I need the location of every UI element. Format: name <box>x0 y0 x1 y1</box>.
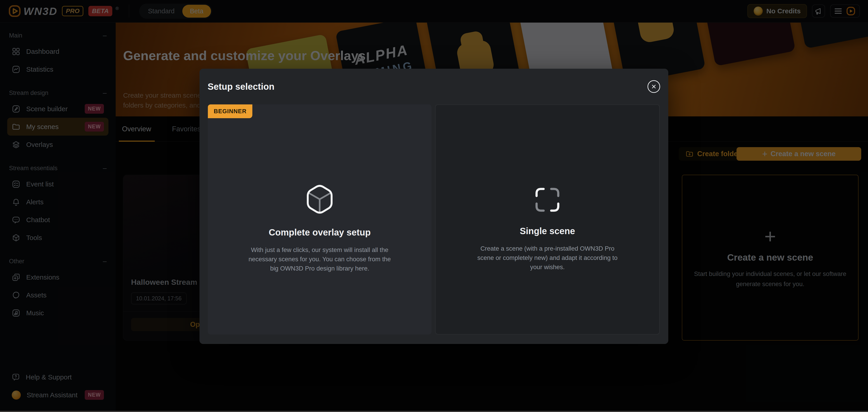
option-content: Single scene Create a scene (with a pre-… <box>473 186 622 272</box>
option-title: Complete overlay setup <box>269 227 371 238</box>
beginner-badge: BEGINNER <box>208 105 252 118</box>
modal-body: BEGINNER Complete overlay setup With jus… <box>208 105 660 334</box>
option-title: Single scene <box>520 226 575 236</box>
modal-title: Setup selection <box>208 82 275 92</box>
overlay-cube-icon <box>306 185 333 215</box>
setup-selection-modal: Setup selection BEGINNER Complete overla… <box>199 69 668 344</box>
option-description: Create a scene (with a pre-installed OWN… <box>473 244 622 272</box>
option-description: With just a few clicks, our system will … <box>245 245 394 273</box>
modal-header: Setup selection <box>199 69 668 105</box>
option-single-scene[interactable]: Single scene Create a scene (with a pre-… <box>435 105 660 334</box>
close-icon <box>651 84 657 89</box>
option-complete-overlay-setup[interactable]: BEGINNER Complete overlay setup With jus… <box>208 105 432 334</box>
close-button[interactable] <box>648 80 660 93</box>
option-content: Complete overlay setup With just a few c… <box>245 185 394 273</box>
own3d-pro-app: WN3D PRO BETA ® Standard Beta No Credits <box>0 0 868 412</box>
single-scene-icon <box>534 186 561 213</box>
